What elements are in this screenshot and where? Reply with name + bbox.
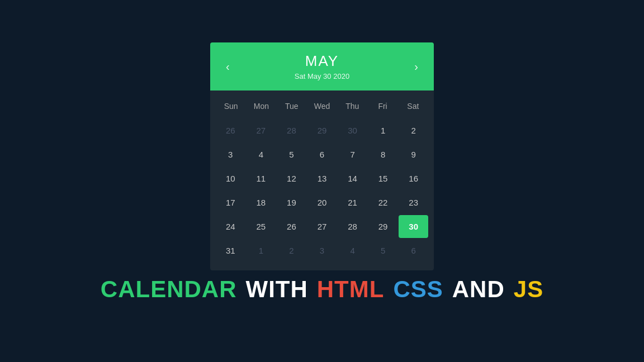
day-cell[interactable]: 26 — [216, 119, 245, 142]
day-cell[interactable]: 5 — [368, 239, 398, 262]
day-cell[interactable]: 25 — [247, 215, 276, 238]
title-css: CSS — [393, 276, 443, 303]
day-cell[interactable]: 26 — [277, 215, 306, 238]
day-cell[interactable]: 16 — [399, 167, 428, 190]
day-cell[interactable]: 14 — [338, 167, 367, 190]
day-cell[interactable]: 2 — [399, 119, 428, 142]
calendar-wrapper: ‹ MAY Sat May 30 2020 › SunMonTueWedThuF… — [101, 42, 543, 303]
title-with: WITH — [245, 276, 307, 303]
day-cell[interactable]: 23 — [399, 191, 428, 214]
day-cell[interactable]: 20 — [307, 191, 337, 214]
title-and: AND — [452, 276, 505, 303]
title-html: HTML — [317, 276, 385, 303]
day-cell[interactable]: 31 — [216, 239, 245, 262]
day-cell[interactable]: 5 — [277, 143, 306, 166]
day-cell[interactable]: 9 — [399, 143, 428, 166]
day-cell[interactable]: 10 — [216, 167, 245, 190]
day-cell[interactable]: 17 — [216, 191, 245, 214]
day-cell[interactable]: 27 — [247, 119, 276, 142]
day-name-thu: Thu — [337, 96, 367, 116]
day-name-mon: Mon — [246, 96, 276, 116]
title-js: JS — [514, 276, 543, 303]
day-cell[interactable]: 3 — [307, 239, 337, 262]
day-cell[interactable]: 18 — [247, 191, 276, 214]
day-cell[interactable]: 19 — [277, 191, 306, 214]
day-cell[interactable]: 1 — [247, 239, 276, 262]
day-cell[interactable]: 4 — [247, 143, 276, 166]
day-cell[interactable]: 30 — [338, 119, 367, 142]
day-cell[interactable]: 8 — [368, 143, 398, 166]
day-cell[interactable]: 15 — [368, 167, 398, 190]
next-month-button[interactable]: › — [410, 58, 423, 75]
day-cell[interactable]: 1 — [368, 119, 398, 142]
day-cell[interactable]: 29 — [307, 119, 337, 142]
day-cell[interactable]: 24 — [216, 215, 245, 238]
day-cell[interactable]: 13 — [307, 167, 337, 190]
day-cell[interactable]: 28 — [277, 119, 306, 142]
day-cell[interactable]: 27 — [307, 215, 337, 238]
day-cell[interactable]: 4 — [338, 239, 367, 262]
day-names: SunMonTueWedThuFriSat — [216, 96, 428, 116]
day-cell[interactable]: 28 — [338, 215, 367, 238]
month-title: MAY Sat May 30 2020 — [234, 53, 410, 80]
day-name-wed: Wed — [307, 96, 337, 116]
month-name: MAY — [234, 53, 410, 70]
date-subtitle: Sat May 30 2020 — [234, 72, 410, 80]
day-name-fri: Fri — [367, 96, 397, 116]
calendar-body: SunMonTueWedThuFriSat 262728293012345678… — [210, 90, 434, 270]
day-cell[interactable]: 6 — [399, 239, 428, 262]
day-name-tue: Tue — [277, 96, 307, 116]
title-calendar: CALENDAR — [101, 276, 237, 303]
calendar: ‹ MAY Sat May 30 2020 › SunMonTueWedThuF… — [210, 42, 434, 270]
day-cell[interactable]: 3 — [216, 143, 245, 166]
day-cell[interactable]: 29 — [368, 215, 398, 238]
day-name-sat: Sat — [398, 96, 428, 116]
calendar-header: ‹ MAY Sat May 30 2020 › — [210, 42, 434, 90]
day-cell[interactable]: 12 — [277, 167, 306, 190]
day-cell[interactable]: 11 — [247, 167, 276, 190]
day-cell[interactable]: 6 — [307, 143, 337, 166]
day-name-sun: Sun — [216, 96, 246, 116]
day-cell[interactable]: 30 — [399, 215, 428, 238]
day-cell[interactable]: 22 — [368, 191, 398, 214]
prev-month-button[interactable]: ‹ — [221, 58, 234, 75]
day-cell[interactable]: 7 — [338, 143, 367, 166]
bottom-title: CALENDAR WITH HTML CSS AND JS — [101, 276, 543, 303]
days-grid: 2627282930123456789101112131415161718192… — [216, 119, 428, 262]
day-cell[interactable]: 21 — [338, 191, 367, 214]
day-cell[interactable]: 2 — [277, 239, 306, 262]
